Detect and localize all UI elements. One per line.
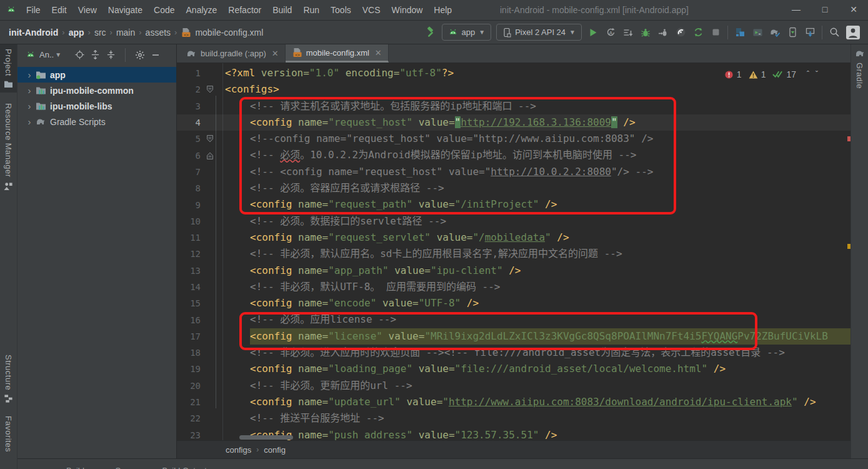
fold-down-icon[interactable]: [206, 85, 214, 94]
close-tab-icon[interactable]: ✕: [272, 49, 279, 58]
code-line[interactable]: 17<config name="license" value="MRil9ixg…: [177, 328, 851, 345]
code-line[interactable]: 7<!-- <config name="request_host" value=…: [177, 164, 851, 180]
device-manager-icon[interactable]: [784, 24, 801, 41]
project-item-gradle-scripts[interactable]: ›Gradle Scripts: [17, 114, 176, 129]
menu-file[interactable]: File: [21, 0, 46, 20]
code-line[interactable]: 10<!-- 必须。数据接口的servlet路径 -->: [177, 213, 851, 229]
fold-down-icon[interactable]: [206, 134, 214, 143]
code-line[interactable]: 22<!-- 推送平台服务地址 -->: [177, 410, 851, 426]
previous-issue-button[interactable]: ˆ: [807, 70, 809, 79]
minimize-button[interactable]: —: [782, 0, 811, 21]
maximize-button[interactable]: □: [811, 0, 839, 21]
code-line[interactable]: 15<config name="encode" value="UTF-8" />: [177, 295, 851, 311]
code-line[interactable]: 18<!-- 非必须。进入应用时的欢迎页面 --><!-- file:///an…: [177, 345, 851, 361]
code-editor[interactable]: 1<?xml version="1.0" encoding="utf-8"?>2…: [177, 63, 851, 440]
device-select[interactable]: Pixel 2 API 24 ▼: [496, 24, 582, 41]
menu-refactor[interactable]: Refactor: [222, 0, 267, 20]
menu-tools[interactable]: Tools: [325, 0, 357, 20]
code-line[interactable]: 2<configs>: [177, 81, 851, 98]
profile-apk-icon[interactable]: [731, 24, 749, 41]
menu-build[interactable]: Build: [267, 0, 297, 20]
code-line[interactable]: 3<!-- 请求主机名或请求地址。包括服务器的ip地址和端口 -->: [177, 98, 851, 114]
expand-all-icon[interactable]: [91, 50, 100, 59]
horizontal-scrollbar[interactable]: [239, 435, 293, 440]
stop-icon[interactable]: [707, 24, 724, 41]
chevron-right-icon[interactable]: ›: [24, 116, 34, 127]
sync-gradle-icon[interactable]: [689, 24, 707, 41]
code-line[interactable]: 14<!-- 非必须，默认UTF-8。 应用需要用到的编码 -->: [177, 279, 851, 295]
breadcrumb-assets[interactable]: assets: [144, 28, 172, 38]
breadcrumb-init-android[interactable]: init-Android: [7, 28, 59, 38]
status-item-sync[interactable]: Sync: [116, 466, 134, 469]
editor-tab-mobile-config-xml[interactable]: <>mobile-config.xml✕: [286, 44, 389, 63]
code-line[interactable]: 13<config name="app_path" value="ipu-cli…: [177, 263, 851, 279]
fold-up-icon[interactable]: [206, 151, 214, 160]
menu-view[interactable]: View: [72, 0, 102, 20]
collapse-all-icon[interactable]: [106, 50, 116, 59]
stripe-tab-project[interactable]: Project: [0, 44, 17, 93]
attach-debugger-icon[interactable]: [654, 24, 672, 41]
code-line[interactable]: 11<config name="request_servlet" value="…: [177, 229, 851, 246]
sdk-manager-icon[interactable]: [801, 24, 819, 41]
code-line[interactable]: 12<!-- 非必须，默认应用名。sd卡上的应用根目录名字,解决应用中文名的问题…: [177, 246, 851, 262]
error-stripe-mark[interactable]: [847, 136, 851, 141]
menu-code[interactable]: Code: [148, 0, 180, 20]
project-view-mode[interactable]: An..: [39, 50, 54, 59]
code-line[interactable]: 20<!-- 非必须。更新应用的url -->: [177, 378, 851, 394]
code-line[interactable]: 16<!-- 必须。应用license -->: [177, 311, 851, 328]
search-icon[interactable]: [826, 24, 843, 41]
xml-breadcrumb-configs[interactable]: configs: [226, 445, 251, 455]
menu-help[interactable]: Help: [428, 0, 457, 20]
warning-stripe-mark[interactable]: [847, 244, 851, 249]
code-line[interactable]: 19<config name="loading_page" value="fil…: [177, 361, 851, 377]
code-line[interactable]: 9<config name="request_path" value="/ini…: [177, 196, 851, 213]
avatar-icon[interactable]: [844, 24, 862, 41]
locate-icon[interactable]: [75, 50, 84, 59]
stripe-tab-favorites[interactable]: Favorites: [0, 411, 17, 456]
close-button[interactable]: ✕: [839, 0, 868, 21]
hammer-icon[interactable]: [422, 24, 439, 41]
debug-icon[interactable]: [637, 24, 654, 41]
code-line[interactable]: 4<config name="request_host" value="http…: [177, 114, 851, 131]
apply-changes-icon[interactable]: [619, 24, 637, 41]
menu-window[interactable]: Window: [386, 0, 429, 20]
breadcrumb-mobile-config-xml[interactable]: mobile-config.xml: [194, 28, 264, 38]
code-line[interactable]: 6<!-- 必须。10.0.2.2为Android模拟器的保留ip地址。访问到本…: [177, 147, 851, 163]
project-item-ipu-mobile-libs[interactable]: ›ipu-mobile-libs: [17, 98, 176, 114]
project-item-app[interactable]: ›app: [17, 67, 176, 83]
chevron-right-icon[interactable]: ›: [24, 85, 34, 96]
breadcrumb-app[interactable]: app: [67, 28, 86, 38]
stripe-tab-resource-manager[interactable]: Resource Manager: [0, 99, 17, 195]
logcat-icon[interactable]: [749, 24, 766, 41]
status-item-build[interactable]: Build:: [66, 466, 87, 469]
inspections-widget[interactable]: 1 1 17 ˆˇ: [724, 69, 818, 79]
gradle-elephant-icon[interactable]: [766, 24, 784, 41]
chevron-right-icon[interactable]: ›: [24, 69, 34, 80]
stripe-tab-gradle[interactable]: Gradle: [851, 44, 868, 93]
close-tab-icon[interactable]: ✕: [375, 48, 382, 58]
next-issue-button[interactable]: ˇ: [816, 70, 818, 79]
code-line[interactable]: 5<!--config name="request_host" value="h…: [177, 131, 851, 147]
xml-breadcrumb-config[interactable]: config: [264, 445, 286, 455]
profiler-icon[interactable]: [672, 24, 689, 41]
code-line[interactable]: 8<!-- 必须。容器应用名或请求根路径 -->: [177, 180, 851, 196]
menu-run[interactable]: Run: [297, 0, 325, 20]
run-icon[interactable]: [584, 24, 602, 41]
stripe-tab-structure[interactable]: Structure: [0, 350, 17, 408]
chevron-down-icon[interactable]: ▼: [55, 51, 61, 58]
restart-activity-icon[interactable]: A: [602, 24, 619, 41]
breadcrumb-src[interactable]: src: [93, 28, 107, 38]
menu-vcs[interactable]: VCS: [357, 0, 386, 20]
menu-analyze[interactable]: Analyze: [181, 0, 223, 20]
code-line[interactable]: 21<config name="update_url" value="http:…: [177, 394, 851, 410]
status-item-build-output[interactable]: Build Output: [162, 466, 207, 469]
settings-icon[interactable]: [135, 50, 145, 60]
hide-icon[interactable]: [151, 51, 160, 59]
run-configuration-select[interactable]: app ▼: [442, 24, 492, 41]
chevron-right-icon[interactable]: ›: [24, 101, 34, 111]
breadcrumb-main[interactable]: main: [115, 28, 136, 38]
menu-edit[interactable]: Edit: [46, 0, 72, 20]
editor-tab-build-gradle-app[interactable]: build.gradle (:app)✕: [179, 44, 286, 63]
menu-navigate[interactable]: Navigate: [102, 0, 148, 20]
project-item-ipu-mobile-common[interactable]: ›ipu-mobile-common: [17, 83, 176, 98]
